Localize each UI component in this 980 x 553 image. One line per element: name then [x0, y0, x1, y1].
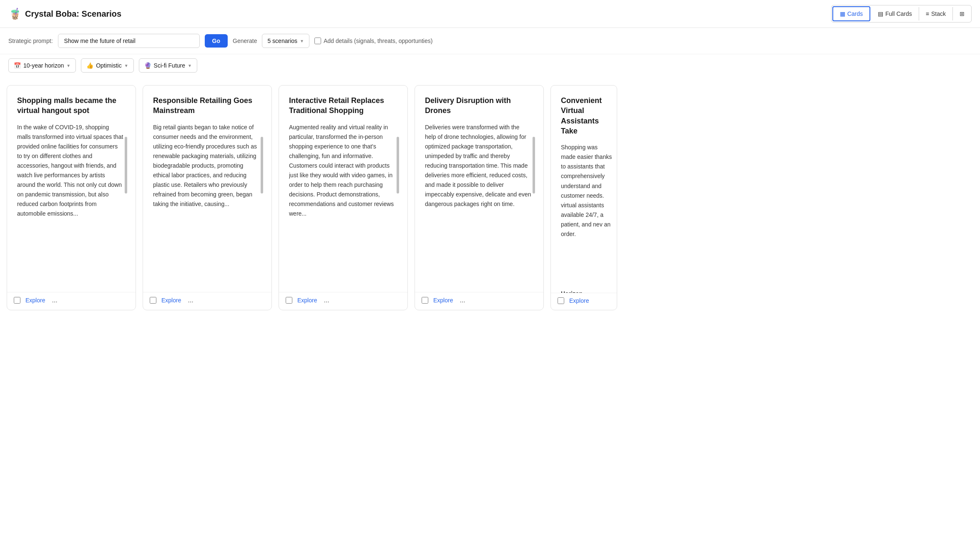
card-1-body-wrapper: In the wake of COVID-19, shopping malls … — [17, 123, 127, 264]
style-value: Sci-fi Future — [154, 62, 185, 69]
tone-dropdown[interactable]: 👍 Optimistic ▼ — [81, 58, 133, 73]
search-input[interactable] — [58, 34, 200, 48]
full-cards-icon: ▤ — [878, 10, 883, 17]
horizon-dropdown[interactable]: 📅 10-year horizon ▼ — [8, 58, 76, 73]
add-details-checkbox-area: Add details (signals, threats, opportunt… — [314, 38, 432, 44]
tone-icon: 👍 — [86, 62, 93, 69]
view-stack-button[interactable]: ≡ Stack — [919, 7, 953, 20]
card-2-content: Responsible Retailing Goes Mainstream Bi… — [143, 85, 271, 292]
header: 🧋 Crystal Boba: Scenarios ▦ Cards ▤ Full… — [0, 0, 980, 28]
card-2-more-button[interactable]: ... — [188, 297, 193, 304]
tone-value: Optimistic — [96, 62, 121, 69]
add-details-label: Add details (signals, threats, opportunt… — [324, 38, 432, 44]
card-1-footer: Explore ... — [7, 292, 136, 310]
scenarios-dropdown-arrow: ▼ — [300, 39, 304, 43]
card-3-scrollbar-thumb — [397, 137, 399, 194]
card-2-footer: Explore ... — [143, 292, 271, 310]
card-1-title: Shopping malls became the virtual hangou… — [17, 96, 127, 116]
card-5: Convenient Virtual Assistants Take Shopp… — [550, 85, 617, 310]
view-toggle-group: ▦ Cards ▤ Full Cards ≡ Stack ⊞ — [831, 5, 972, 23]
style-dropdown[interactable]: 🔮 Sci-fi Future ▼ — [139, 58, 197, 73]
horizon-icon: 📅 — [14, 62, 21, 69]
card-4-body-wrapper: Deliveries were transformed with the hel… — [425, 123, 535, 264]
card-4-more-button[interactable]: ... — [460, 297, 465, 304]
generate-label: Generate — [233, 38, 257, 44]
style-dropdown-arrow: ▼ — [188, 63, 192, 68]
card-4: Delivery Disruption with Drones Deliveri… — [415, 85, 544, 310]
card-1-checkbox[interactable] — [14, 297, 20, 304]
card-4-footer: Explore ... — [415, 292, 543, 310]
card-1-explore-button[interactable]: Explore — [25, 297, 45, 304]
grid-icon: ⊞ — [960, 10, 965, 17]
horizon-dropdown-arrow: ▼ — [66, 63, 70, 68]
card-3-checkbox[interactable] — [286, 297, 292, 304]
scenarios-dropdown[interactable]: 5 scenarios ▼ — [262, 34, 309, 48]
card-3: Interactive Retail Replaces Traditional … — [279, 85, 408, 310]
cards-icon: ▦ — [840, 10, 845, 17]
scenarios-value: 5 scenarios — [267, 38, 297, 44]
cards-area: Shopping malls became the virtual hangou… — [0, 77, 980, 542]
full-cards-label: Full Cards — [885, 10, 912, 17]
card-4-title: Delivery Disruption with Drones — [425, 96, 535, 116]
view-cards-button[interactable]: ▦ Cards — [832, 6, 870, 21]
card-2-body[interactable]: Big retail giants began to take notice o… — [153, 123, 263, 264]
horizon-value: 10-year horizon — [23, 62, 64, 69]
cards-label: Cards — [847, 10, 863, 17]
style-icon: 🔮 — [144, 62, 151, 69]
card-4-scrollbar-thumb — [533, 137, 535, 194]
card-1: Shopping malls became the virtual hangou… — [7, 85, 136, 310]
card-3-title: Interactive Retail Replaces Traditional … — [289, 96, 399, 116]
card-4-body[interactable]: Deliveries were transformed with the hel… — [425, 123, 535, 264]
card-5-explore-button[interactable]: Explore — [569, 297, 589, 304]
sub-toolbar: 📅 10-year horizon ▼ 👍 Optimistic ▼ 🔮 Sci… — [0, 54, 980, 77]
card-5-title: Convenient Virtual Assistants Take — [561, 96, 617, 136]
card-5-footer: Explore — [551, 293, 617, 310]
toolbar: Strategic prompt: Go Generate 5 scenario… — [0, 28, 980, 54]
app-logo-title: 🧋 Crystal Boba: Scenarios — [8, 8, 121, 20]
card-4-content: Delivery Disruption with Drones Deliveri… — [415, 85, 543, 292]
go-button[interactable]: Go — [205, 34, 228, 48]
stack-icon: ≡ — [926, 10, 929, 17]
card-3-footer: Explore ... — [279, 292, 407, 310]
card-5-checkbox[interactable] — [558, 297, 564, 304]
card-5-body[interactable]: Shopping was made easier thanks to assis… — [561, 143, 617, 284]
card-2-explore-button[interactable]: Explore — [161, 297, 181, 304]
card-5-content: Convenient Virtual Assistants Take Shopp… — [551, 85, 617, 293]
card-2-body-wrapper: Big retail giants began to take notice o… — [153, 123, 263, 264]
card-1-scrollbar-thumb — [125, 137, 127, 194]
view-full-cards-button[interactable]: ▤ Full Cards — [871, 7, 919, 20]
app-title: Crystal Boba: Scenarios — [25, 9, 121, 19]
card-4-explore-button[interactable]: Explore — [433, 297, 453, 304]
card-2-title: Responsible Retailing Goes Mainstream — [153, 96, 263, 116]
card-5-body-wrapper: Shopping was made easier thanks to assis… — [561, 143, 617, 284]
card-3-body-wrapper: Augmented reality and virtual reality in… — [289, 123, 399, 264]
card-1-more-button[interactable]: ... — [52, 297, 57, 304]
prompt-label: Strategic prompt: — [8, 38, 53, 44]
logo-emoji: 🧋 — [8, 8, 22, 20]
card-1-content: Shopping malls became the virtual hangou… — [7, 85, 136, 292]
card-3-more-button[interactable]: ... — [324, 297, 329, 304]
card-3-explore-button[interactable]: Explore — [297, 297, 317, 304]
add-details-checkbox[interactable] — [314, 38, 321, 44]
view-grid-button[interactable]: ⊞ — [953, 7, 971, 20]
card-2-scrollbar-thumb — [261, 137, 263, 194]
card-1-body[interactable]: In the wake of COVID-19, shopping malls … — [17, 123, 127, 264]
card-3-body[interactable]: Augmented reality and virtual reality in… — [289, 123, 399, 264]
tone-dropdown-arrow: ▼ — [124, 63, 128, 68]
card-2-checkbox[interactable] — [150, 297, 156, 304]
stack-label: Stack — [931, 10, 946, 17]
card-3-content: Interactive Retail Replaces Traditional … — [279, 85, 407, 292]
card-2: Responsible Retailing Goes Mainstream Bi… — [143, 85, 272, 310]
card-4-checkbox[interactable] — [422, 297, 428, 304]
